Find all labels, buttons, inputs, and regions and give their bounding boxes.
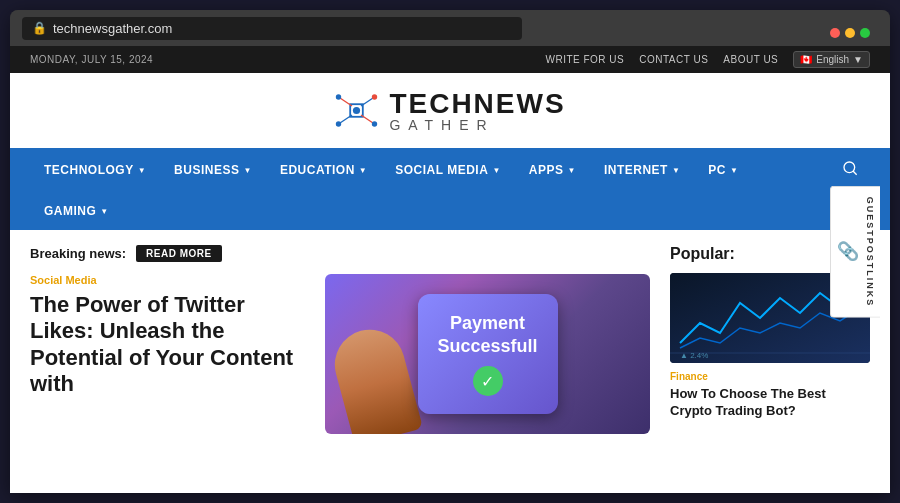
phone-screen: Payment Successfull ✓ <box>418 294 558 414</box>
top-bar-links: WRITE FOR US CONTACT US ABOUT US 🇨🇦 Engl… <box>545 51 870 68</box>
lock-icon: 🔒 <box>32 21 47 35</box>
pc-chevron-icon: ▼ <box>730 166 738 175</box>
side-tab-text: GUESTPOSTLINKS <box>865 196 875 307</box>
top-bar: MONDAY, JULY 15, 2024 WRITE FOR US CONTA… <box>10 46 890 73</box>
minimize-dot[interactable] <box>845 28 855 38</box>
about-us-link[interactable]: ABOUT US <box>723 54 778 65</box>
business-chevron-icon: ▼ <box>243 166 251 175</box>
browser-titlebar: 🔒 technewsgather.com <box>10 10 890 46</box>
website-content: MONDAY, JULY 15, 2024 WRITE FOR US CONTA… <box>10 46 890 493</box>
write-for-us-link[interactable]: WRITE FOR US <box>545 54 624 65</box>
nav-row-2: GAMING ▼ <box>30 192 870 230</box>
maximize-dot[interactable] <box>860 28 870 38</box>
search-icon <box>842 160 858 176</box>
svg-point-7 <box>336 121 341 126</box>
svg-point-8 <box>372 121 377 126</box>
hand-illustration <box>327 322 423 434</box>
sidebar-article-category[interactable]: Finance <box>670 371 870 382</box>
featured-article: Social Media The Power of Twitter Likes:… <box>30 274 650 434</box>
browser-window: 🔒 technewsgather.com MONDAY, JULY 15, 20… <box>10 10 890 493</box>
language-label: English <box>816 54 849 65</box>
article-image: Payment Successfull ✓ <box>325 274 650 434</box>
nav-business-label: BUSINESS <box>174 163 239 177</box>
checkmark-icon: ✓ <box>473 366 503 396</box>
logo-tech-part: TECHNEWS <box>389 90 565 118</box>
breaking-news-bar: Breaking news: READ MORE <box>30 245 650 262</box>
payment-text: Payment Successfull <box>437 312 537 359</box>
logo-area: TECHNEWS GATHER <box>10 73 890 148</box>
nav-items-row1: TECHNOLOGY ▼ BUSINESS ▼ EDUCATION ▼ SOCI… <box>30 151 752 189</box>
close-dot[interactable] <box>830 28 840 38</box>
nav-pc-label: PC <box>708 163 726 177</box>
date-display: MONDAY, JULY 15, 2024 <box>30 54 153 65</box>
nav-row-1: TECHNOLOGY ▼ BUSINESS ▼ EDUCATION ▼ SOCI… <box>30 148 870 192</box>
nav-pc[interactable]: PC ▼ <box>694 151 752 189</box>
window-controls <box>830 28 870 38</box>
url-text: technewsgather.com <box>53 21 172 36</box>
nav-gaming[interactable]: GAMING ▼ <box>30 192 123 230</box>
address-bar[interactable]: 🔒 technewsgather.com <box>22 17 522 40</box>
nav-apps-label: APPS <box>529 163 564 177</box>
article-title[interactable]: The Power of Twitter Likes: Unleash the … <box>30 292 310 398</box>
svg-text:▲ 2.4%: ▲ 2.4% <box>680 351 708 360</box>
nav-gaming-label: GAMING <box>44 204 96 218</box>
lang-chevron-icon: ▼ <box>853 54 863 65</box>
social-media-chevron-icon: ▼ <box>492 166 500 175</box>
svg-point-9 <box>353 107 360 114</box>
nav-technology[interactable]: TECHNOLOGY ▼ <box>30 151 160 189</box>
contact-us-link[interactable]: CONTACT US <box>639 54 708 65</box>
gaming-chevron-icon: ▼ <box>100 207 108 216</box>
flag-icon: 🇨🇦 <box>800 54 812 65</box>
article-category[interactable]: Social Media <box>30 274 310 286</box>
breaking-label: Breaking news: <box>30 246 126 261</box>
svg-point-6 <box>372 94 377 99</box>
logo-icon <box>334 88 379 133</box>
payment-line2: Successfull <box>437 335 537 358</box>
guest-post-links-tab[interactable]: GUESTPOSTLINKS 🔗 <box>830 185 880 318</box>
main-content: Breaking news: READ MORE Social Media Th… <box>30 245 670 434</box>
nav-internet-label: INTERNET <box>604 163 668 177</box>
apps-chevron-icon: ▼ <box>567 166 575 175</box>
logo-gather-part: GATHER <box>389 118 565 132</box>
content-area: Breaking news: READ MORE Social Media Th… <box>10 230 890 449</box>
language-selector[interactable]: 🇨🇦 English ▼ <box>793 51 870 68</box>
nav-business[interactable]: BUSINESS ▼ <box>160 151 266 189</box>
technology-chevron-icon: ▼ <box>138 166 146 175</box>
nav-education-label: EDUCATION <box>280 163 355 177</box>
article-text: Social Media The Power of Twitter Likes:… <box>30 274 310 434</box>
svg-point-5 <box>336 94 341 99</box>
nav-apps[interactable]: APPS ▼ <box>515 151 590 189</box>
nav-social-media[interactable]: SOCIAL MEDIA ▼ <box>381 151 515 189</box>
link-icon: 🔗 <box>837 239 859 263</box>
education-chevron-icon: ▼ <box>359 166 367 175</box>
internet-chevron-icon: ▼ <box>672 166 680 175</box>
payment-line1: Payment <box>437 312 537 335</box>
nav-social-media-label: SOCIAL MEDIA <box>395 163 488 177</box>
main-navigation: TECHNOLOGY ▼ BUSINESS ▼ EDUCATION ▼ SOCI… <box>10 148 890 230</box>
svg-line-11 <box>853 171 857 175</box>
sidebar-article-title[interactable]: How To Choose The Best Crypto Trading Bo… <box>670 386 870 420</box>
logo-text: TECHNEWS GATHER <box>389 90 565 132</box>
nav-technology-label: TECHNOLOGY <box>44 163 134 177</box>
read-more-button[interactable]: READ MORE <box>136 245 222 262</box>
logo[interactable]: TECHNEWS GATHER <box>334 88 565 133</box>
nav-education[interactable]: EDUCATION ▼ <box>266 151 381 189</box>
nav-internet[interactable]: INTERNET ▼ <box>590 151 694 189</box>
